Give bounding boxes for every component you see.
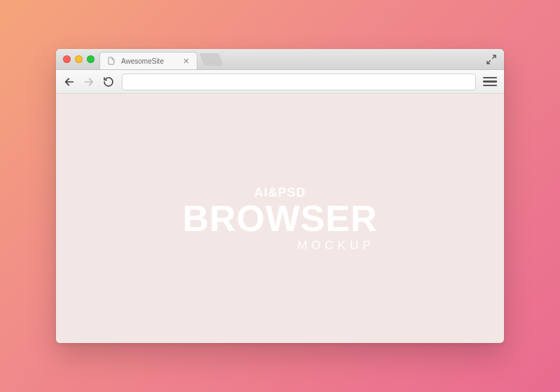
hero-line-2: BROWSER xyxy=(183,200,378,237)
back-button[interactable] xyxy=(63,76,76,88)
menu-button[interactable] xyxy=(483,76,497,88)
close-tab-button[interactable] xyxy=(181,56,191,66)
page-viewport: AI&PSD BROWSER MOCKUP xyxy=(56,94,504,343)
toolbar xyxy=(56,70,504,94)
close-window-button[interactable] xyxy=(63,55,71,63)
window-controls xyxy=(63,55,94,63)
browser-window: AwesomeSite xyxy=(56,49,504,343)
new-tab-button[interactable] xyxy=(200,53,224,66)
hero-line-3: MOCKUP xyxy=(183,239,378,251)
hero-text: AI&PSD BROWSER MOCKUP xyxy=(183,186,378,251)
reload-button[interactable] xyxy=(102,76,115,88)
forward-button[interactable] xyxy=(83,76,95,88)
tab-awesomesite[interactable]: AwesomeSite xyxy=(99,52,197,69)
tabs-container: AwesomeSite xyxy=(99,52,221,69)
file-icon xyxy=(107,57,115,65)
hero-line-1: AI&PSD xyxy=(183,186,378,199)
minimize-window-button[interactable] xyxy=(75,55,83,63)
tab-bar: AwesomeSite xyxy=(56,49,504,70)
fullscreen-icon[interactable] xyxy=(486,54,497,65)
address-bar[interactable] xyxy=(122,74,476,90)
hamburger-icon xyxy=(483,77,497,79)
maximize-window-button[interactable] xyxy=(87,55,94,63)
tab-title: AwesomeSite xyxy=(121,57,176,65)
